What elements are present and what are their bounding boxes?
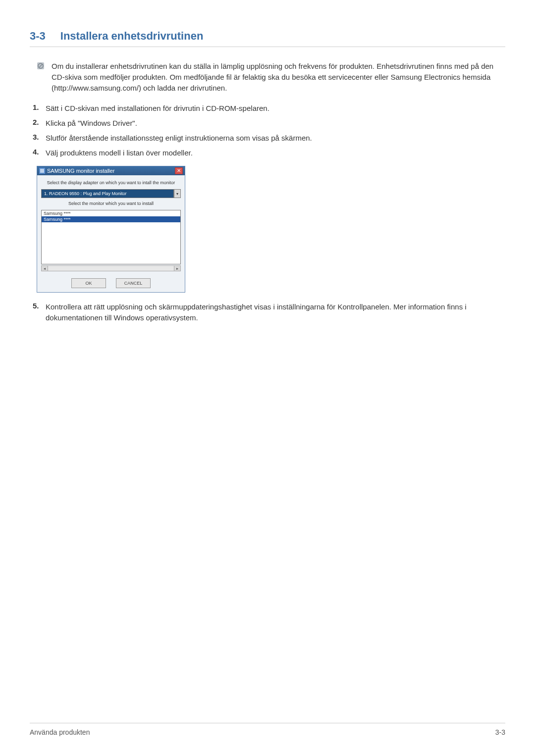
section-heading: 3-3 Installera enhetsdrivrutinen: [30, 30, 505, 47]
step-number: 2.: [33, 118, 46, 129]
scroll-track[interactable]: [48, 265, 174, 271]
adapter-dropdown[interactable]: 1. RADEON 9550 : Plug and Play Monitor ▾: [41, 189, 181, 198]
adapter-selected-value: 1. RADEON 9550 : Plug and Play Monitor: [41, 189, 174, 198]
monitor-list[interactable]: Samsung **** Samsung ****: [41, 210, 181, 264]
horizontal-scrollbar[interactable]: ◂ ▸: [41, 265, 181, 271]
close-button[interactable]: ✕: [175, 167, 183, 174]
step-text: Slutför återstående installationssteg en…: [46, 133, 312, 144]
step-number: 3.: [33, 133, 46, 144]
monitor-caption: Select the monitor which you want to ins…: [41, 201, 181, 206]
step-number: 1.: [33, 103, 46, 114]
step-text: Välj produktens modell i listan över mod…: [46, 148, 193, 158]
step-text: Klicka på "Windows Driver".: [46, 118, 137, 129]
dialog-title: SAMSUNG monitor installer: [47, 168, 114, 174]
scroll-right-button[interactable]: ▸: [174, 265, 181, 271]
step-number: 4.: [33, 148, 46, 158]
installer-dialog: SAMSUNG monitor installer ✕ Select the d…: [37, 166, 185, 293]
step-text: Kontrollera att rätt upplösning och skär…: [46, 302, 505, 323]
step-1: 1. Sätt i CD-skivan med installationen f…: [33, 103, 505, 114]
info-note: Om du installerar enhetsdrivrutinen kan …: [37, 61, 505, 93]
step-5: 5. Kontrollera att rätt upplösning och s…: [33, 302, 505, 323]
footer-right: 3-3: [495, 728, 505, 736]
page-footer: Använda produkten 3-3: [30, 723, 505, 736]
list-item-selected[interactable]: Samsung ****: [42, 216, 180, 222]
adapter-caption: Select the display adapter on which you …: [41, 180, 181, 185]
dropdown-button[interactable]: ▾: [174, 189, 181, 198]
step-2: 2. Klicka på "Windows Driver".: [33, 118, 505, 129]
dialog-titlebar: SAMSUNG monitor installer ✕: [37, 166, 185, 175]
app-icon: [39, 168, 45, 174]
chevron-left-icon: ◂: [44, 266, 46, 271]
cancel-button[interactable]: CANCEL: [116, 278, 151, 288]
footer-left: Använda produkten: [30, 728, 90, 736]
info-icon: [37, 62, 45, 70]
scroll-left-button[interactable]: ◂: [41, 265, 48, 271]
close-icon: ✕: [177, 168, 181, 173]
step-number: 5.: [33, 302, 46, 323]
heading-number: 3-3: [30, 30, 46, 43]
step-3: 3. Slutför återstående installationssteg…: [33, 133, 505, 144]
step-4: 4. Välj produktens modell i listan över …: [33, 148, 505, 158]
info-text: Om du installerar enhetsdrivrutinen kan …: [52, 61, 505, 93]
svg-rect-4: [40, 169, 44, 173]
chevron-right-icon: ▸: [176, 266, 178, 271]
list-item[interactable]: Samsung ****: [42, 210, 180, 216]
chevron-down-icon: ▾: [176, 192, 178, 196]
step-text: Sätt i CD-skivan med installationen för …: [46, 103, 269, 114]
ok-button[interactable]: OK: [71, 278, 106, 288]
heading-title: Installera enhetsdrivrutinen: [60, 30, 204, 43]
